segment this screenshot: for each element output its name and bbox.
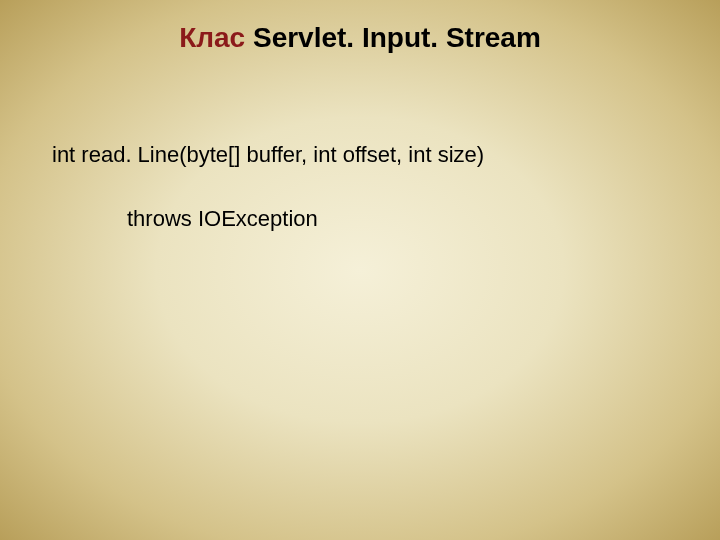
code-line-1: int read. Line(byte[] buffer, int offset…: [52, 142, 720, 168]
slide-title: Клас Servlet. Input. Stream: [0, 0, 720, 54]
slide-content: int read. Line(byte[] buffer, int offset…: [0, 54, 720, 232]
code-line-2: throws IOException: [52, 206, 720, 232]
title-main: Servlet. Input. Stream: [253, 22, 541, 53]
title-prefix: Клас: [179, 22, 253, 53]
